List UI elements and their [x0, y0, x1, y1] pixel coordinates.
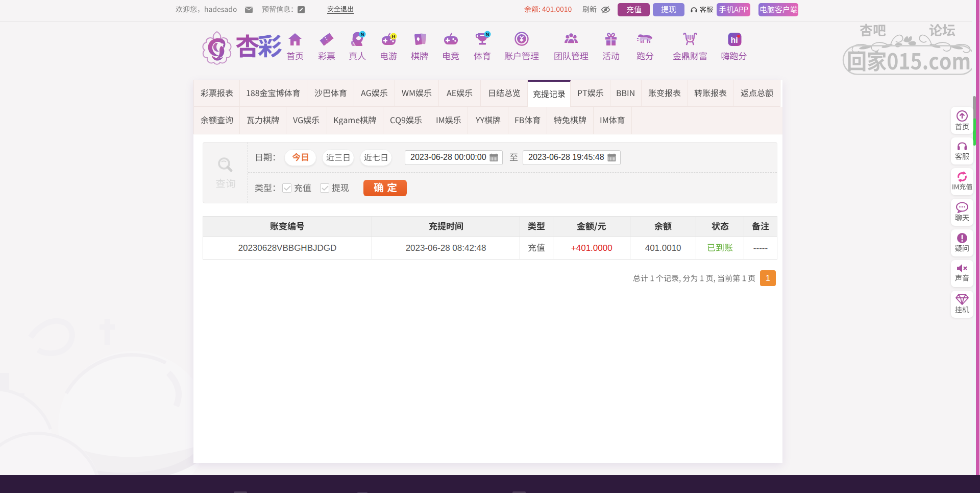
svg-text:H: H	[392, 34, 396, 39]
svg-text:hi: hi	[730, 36, 738, 44]
svg-text:N: N	[361, 32, 364, 37]
svg-text:N: N	[486, 32, 489, 37]
